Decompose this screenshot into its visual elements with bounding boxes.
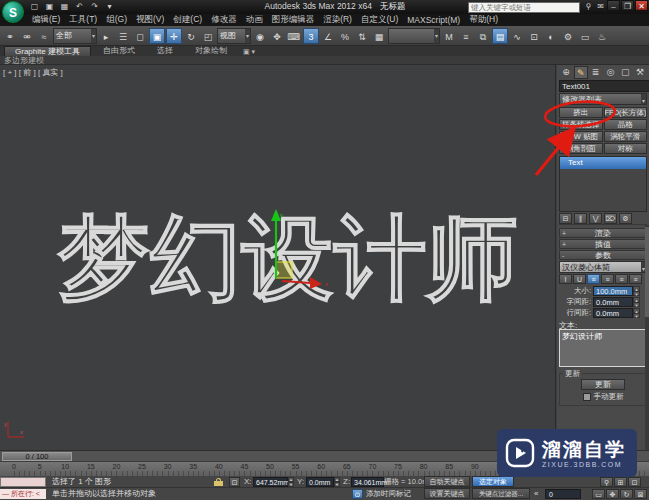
ribbon-panel-polygon-modeling[interactable]: 多边形建模: [0, 56, 649, 65]
menu-item-帮助(H)[interactable]: 帮助(H): [469, 14, 498, 26]
font-dropdown[interactable]: 汉仪菱心体简 ▾: [559, 261, 647, 273]
unlink-selection-icon[interactable]: ⚮: [19, 28, 35, 44]
menu-item-修改器[interactable]: 修改器: [211, 14, 237, 26]
uvw-map-button[interactable]: UVW 贴图: [559, 131, 603, 142]
bevel-profile-button[interactable]: 倒角剖面: [559, 143, 603, 154]
maxscript-listener-pane[interactable]: — 所在行: <: [0, 489, 46, 499]
y-coord-field[interactable]: 0.0mm: [306, 477, 334, 487]
select-and-scale-icon[interactable]: ◰: [200, 28, 216, 44]
keyboard-shortcut-override-icon[interactable]: ⌨: [286, 28, 302, 44]
zoom-extents-icon[interactable]: ⊡: [628, 477, 641, 487]
render-production-icon[interactable]: ♨: [594, 28, 610, 44]
named-selection-sets-dropdown[interactable]: ▾: [388, 28, 440, 44]
object-name-field[interactable]: [559, 80, 649, 92]
configure-modifier-sets-icon[interactable]: ⚙: [619, 213, 632, 224]
menu-item-图形编辑器[interactable]: 图形编辑器: [272, 14, 315, 26]
align-left-button[interactable]: ≡: [587, 274, 600, 284]
turbosmooth-button[interactable]: 涡轮平滑: [604, 131, 648, 142]
close-button[interactable]: ✕: [635, 0, 648, 11]
graphite-toggle-icon[interactable]: ▤: [492, 28, 508, 44]
select-and-rotate-icon[interactable]: ↻: [183, 28, 199, 44]
tab-hierarchy[interactable]: ≣: [589, 66, 603, 79]
open-file-icon[interactable]: ▣: [43, 1, 56, 13]
spline-select-button[interactable]: 样条线选择: [559, 119, 603, 130]
tab-utilities[interactable]: ⚒: [633, 66, 647, 79]
menu-item-自定义(U)[interactable]: 自定义(U): [361, 14, 398, 26]
align-right-button[interactable]: ≡: [615, 274, 628, 284]
auto-key-button[interactable]: 自动关键点: [424, 476, 470, 487]
remove-modifier-icon[interactable]: ⌦: [604, 213, 617, 224]
menu-item-动画[interactable]: 动画: [246, 14, 263, 26]
menu-item-组(G)[interactable]: 组(G): [106, 14, 127, 26]
stack-item-Text[interactable]: Text: [560, 157, 646, 169]
param-spinner[interactable]: ▲▼: [633, 286, 640, 296]
isolate-selection-icon[interactable]: ⊙: [352, 489, 363, 499]
select-and-move-icon[interactable]: ✛: [166, 28, 182, 44]
align-icon[interactable]: ≡: [458, 28, 474, 44]
move-gizmo[interactable]: y x: [240, 205, 335, 290]
param-value-field[interactable]: 100.0mm: [593, 286, 633, 296]
x-spinner[interactable]: ▲▼: [288, 477, 294, 487]
communication-center-icon[interactable]: ✉: [595, 1, 606, 13]
symmetry-button[interactable]: 对称: [604, 143, 648, 154]
zoom-icon[interactable]: ⚲: [600, 477, 613, 487]
zoom-region-icon[interactable]: ▭: [592, 489, 605, 499]
z-coord-field[interactable]: 34.061mm: [351, 477, 384, 487]
ribbon-tab-选择[interactable]: 选择: [147, 46, 183, 56]
param-value-field[interactable]: 0.0mm: [593, 297, 633, 307]
redo-icon[interactable]: ↷: [88, 1, 101, 13]
rollout-parameters[interactable]: -参数: [559, 250, 647, 260]
layer-manager-icon[interactable]: ⧉: [475, 28, 491, 44]
ribbon-tab-自由形式[interactable]: 自由形式: [93, 46, 145, 56]
reference-coordinate-dropdown[interactable]: 视图▾: [217, 28, 251, 44]
tab-motion[interactable]: ◎: [604, 66, 618, 79]
panel-scrollbar[interactable]: [645, 225, 649, 450]
curve-editor-icon[interactable]: ∿: [509, 28, 525, 44]
make-unique-icon[interactable]: ⋁: [589, 213, 602, 224]
menu-item-MAXScript(M)[interactable]: MAXScript(M): [407, 15, 460, 25]
select-and-link-icon[interactable]: ⚭: [2, 28, 18, 44]
time-slider-handle[interactable]: 0 / 100: [2, 452, 72, 461]
lattice-button[interactable]: 晶格: [604, 119, 648, 130]
rollout-interpolation[interactable]: +插值: [559, 239, 647, 249]
mirror-icon[interactable]: M: [441, 28, 457, 44]
key-mode-toggle-icon[interactable]: «: [534, 488, 538, 500]
italic-button[interactable]: I: [559, 274, 572, 284]
qat-dropdown-icon[interactable]: ▾: [103, 1, 116, 13]
extrude-button[interactable]: 挤出: [559, 107, 603, 118]
pan-icon[interactable]: ✥: [606, 489, 619, 499]
spinner-snap-icon[interactable]: ⇅: [354, 28, 370, 44]
macro-recorder-pane[interactable]: [0, 477, 46, 487]
tab-modify[interactable]: ✎: [574, 66, 588, 79]
ffd-box-button[interactable]: FFD(长方体): [604, 107, 648, 118]
show-end-result-icon[interactable]: ∥: [574, 213, 587, 224]
bind-to-space-warp-icon[interactable]: ≈: [36, 28, 52, 44]
select-by-name-icon[interactable]: ☰: [115, 28, 131, 44]
viewport-label[interactable]: [ + ] [ 前 ] [ 真实 ]: [3, 67, 63, 78]
tab-display[interactable]: ▢: [618, 66, 632, 79]
window-crossing-icon[interactable]: ▣: [149, 28, 165, 44]
select-object-icon[interactable]: ▸: [98, 28, 114, 44]
ribbon-tab-对象绘制[interactable]: 对象绘制: [185, 46, 237, 56]
current-frame-field[interactable]: 0: [545, 489, 581, 499]
x-coord-field[interactable]: 647.52mm: [253, 477, 288, 487]
schematic-view-icon[interactable]: ⊡: [526, 28, 542, 44]
new-scene-icon[interactable]: ▢: [28, 1, 41, 13]
minimize-button[interactable]: –: [607, 0, 620, 11]
edit-named-selection-sets-icon[interactable]: ▦: [371, 28, 387, 44]
angle-snap-icon[interactable]: ∠: [320, 28, 336, 44]
ribbon-tab-Graphite 建模工具[interactable]: Graphite 建模工具: [4, 46, 91, 56]
menu-item-渲染(R)[interactable]: 渲染(R): [323, 14, 352, 26]
undo-icon[interactable]: ↶: [73, 1, 86, 13]
render-setup-icon[interactable]: ⚙: [560, 28, 576, 44]
param-spinner[interactable]: ▲▼: [633, 297, 640, 307]
justify-button[interactable]: ≡: [629, 274, 642, 284]
percent-snap-icon[interactable]: %: [337, 28, 353, 44]
selected-mode-dropdown[interactable]: 选定对象: [472, 476, 514, 487]
y-spinner[interactable]: ▲▼: [334, 477, 340, 487]
pin-stack-icon[interactable]: ⊟: [559, 213, 572, 224]
selection-region-icon[interactable]: ◻: [132, 28, 148, 44]
underline-button[interactable]: U: [573, 274, 586, 284]
absolute-mode-icon[interactable]: ⊡: [229, 477, 240, 487]
menu-item-创建(C)[interactable]: 创建(C): [173, 14, 202, 26]
